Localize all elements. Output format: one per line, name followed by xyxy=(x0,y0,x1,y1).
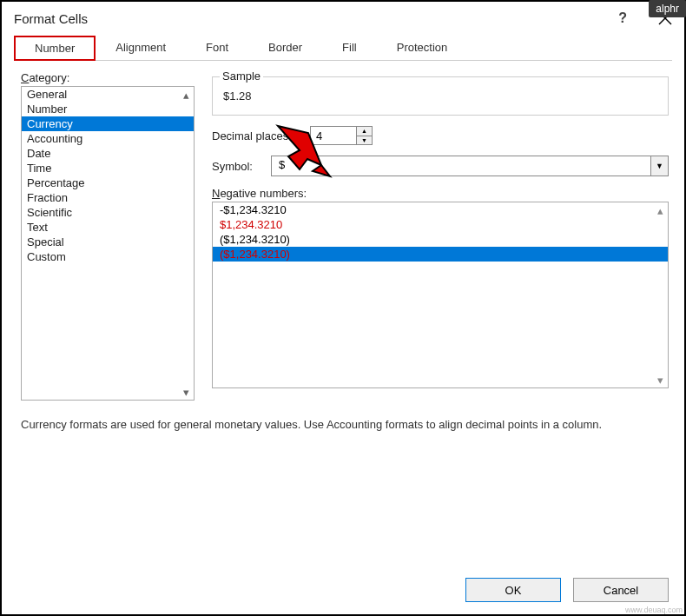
negative-numbers-listbox[interactable]: -$1,234.3210 $1,234.3210 ($1,234.3210) (… xyxy=(212,202,669,388)
category-item-accounting[interactable]: Accounting xyxy=(22,131,194,146)
tab-border[interactable]: Border xyxy=(248,36,322,61)
category-item-general[interactable]: General xyxy=(22,87,194,102)
decimal-places-input[interactable] xyxy=(311,127,356,144)
decimal-places-label: Decimal places: xyxy=(212,129,303,142)
negative-item-3[interactable]: ($1,234.3210) xyxy=(213,247,668,262)
category-item-number[interactable]: Number xyxy=(22,102,194,116)
watermark: www.deuaq.com xyxy=(625,606,683,614)
tab-alignment[interactable]: Alignment xyxy=(96,36,186,61)
negative-item-1[interactable]: $1,234.3210 xyxy=(213,217,668,232)
symbol-label: Symbol: xyxy=(212,160,264,173)
tab-protection[interactable]: Protection xyxy=(377,36,468,61)
help-button[interactable]: ? xyxy=(618,10,627,26)
symbol-value: $ xyxy=(272,156,650,176)
category-item-text[interactable]: Text xyxy=(22,220,194,235)
tab-font[interactable]: Font xyxy=(186,36,248,61)
scroll-up-icon[interactable]: ▴ xyxy=(179,88,193,102)
category-item-currency[interactable]: Currency xyxy=(22,116,194,131)
dialog-title: Format Cells xyxy=(14,11,618,26)
category-item-scientific[interactable]: Scientific xyxy=(22,205,194,220)
category-item-special[interactable]: Special xyxy=(22,235,194,249)
category-item-percentage[interactable]: Percentage xyxy=(22,176,194,190)
spinner-up-icon[interactable]: ▲ xyxy=(357,127,372,136)
spinner-down-icon[interactable]: ▼ xyxy=(357,136,372,145)
negative-numbers-label: Negative numbers: xyxy=(212,187,669,200)
category-listbox[interactable]: ▴ General Number Currency Accounting Dat… xyxy=(21,86,195,401)
chevron-down-icon[interactable]: ▼ xyxy=(650,156,668,176)
category-item-fraction[interactable]: Fraction xyxy=(22,190,194,205)
symbol-select[interactable]: $ ▼ xyxy=(271,156,669,176)
decimal-places-spinner[interactable]: ▲ ▼ xyxy=(310,126,373,145)
tab-fill[interactable]: Fill xyxy=(322,36,377,61)
category-label: Category: xyxy=(21,71,195,84)
scroll-down-icon[interactable]: ▾ xyxy=(653,373,667,387)
negative-item-0[interactable]: -$1,234.3210 xyxy=(213,202,668,217)
scroll-up-icon[interactable]: ▴ xyxy=(653,203,667,217)
sample-value: $1.28 xyxy=(223,89,657,103)
scroll-down-icon[interactable]: ▾ xyxy=(179,385,193,399)
category-item-date[interactable]: Date xyxy=(22,146,194,161)
titlebar: Format Cells ? xyxy=(2,2,684,31)
ok-button[interactable]: OK xyxy=(465,578,561,602)
cancel-button[interactable]: Cancel xyxy=(573,578,669,602)
tab-number[interactable]: Number xyxy=(14,36,96,61)
category-item-custom[interactable]: Custom xyxy=(22,249,194,264)
negative-item-2[interactable]: ($1,234.3210) xyxy=(213,232,668,247)
category-item-time[interactable]: Time xyxy=(22,161,194,176)
brand-badge: alphr xyxy=(649,0,686,17)
format-description: Currency formats are used for general mo… xyxy=(21,416,669,434)
tab-strip: Number Alignment Font Border Fill Protec… xyxy=(14,35,672,61)
sample-legend: Sample xyxy=(220,70,263,83)
sample-group: Sample $1.28 xyxy=(212,76,669,116)
